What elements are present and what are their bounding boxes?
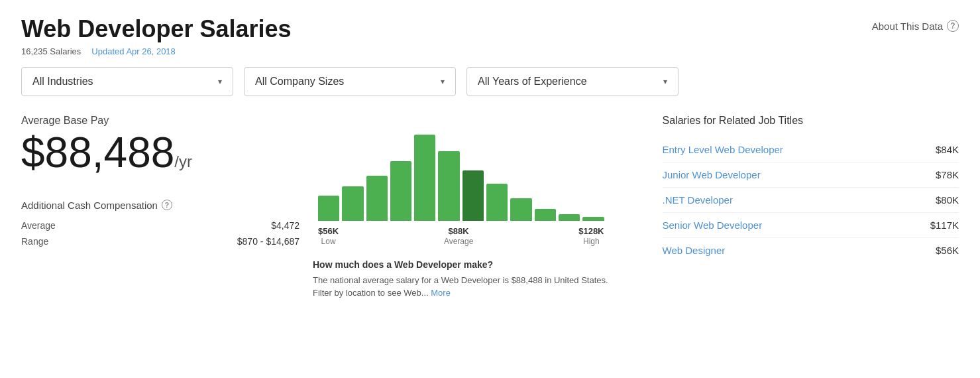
- about-data-label: About This Data: [872, 21, 943, 32]
- avg-salary: $88,488/yr: [21, 129, 299, 176]
- related-jobs-title: Salaries for Related Job Titles: [663, 115, 959, 127]
- cash-comp-section: Additional Cash Compensation ? Average $…: [21, 200, 299, 249]
- histogram-bar: [559, 214, 580, 221]
- cash-comp-label: Additional Cash Compensation: [21, 200, 158, 211]
- comp-average-label: Average: [21, 220, 56, 231]
- about-data-help-icon: ?: [947, 20, 959, 32]
- job-title-link[interactable]: Web Designer: [663, 245, 726, 256]
- cash-comp-help-icon[interactable]: ?: [162, 200, 172, 210]
- histogram-low: $56K Low: [318, 226, 339, 246]
- comp-range-label: Range: [21, 236, 48, 247]
- about-data-link[interactable]: About This Data ?: [872, 20, 959, 32]
- histogram-bar: [438, 151, 459, 221]
- filters-row: All Industries ▾ All Company Sizes ▾ All…: [21, 67, 959, 96]
- subtitle-row: 16,235 Salaries Updated Apr 26, 2018: [21, 46, 292, 56]
- job-title-link[interactable]: Entry Level Web Developer: [663, 144, 783, 155]
- histogram-avg-label: Average: [444, 237, 473, 246]
- histogram-bar: [486, 184, 508, 221]
- histogram-high: $128K High: [578, 226, 604, 246]
- histogram-high-amount: $128K: [578, 226, 604, 236]
- company-size-filter-label: All Company Sizes: [255, 76, 344, 88]
- cash-comp-header: Additional Cash Compensation ?: [21, 200, 299, 211]
- histogram-bar: [463, 170, 484, 221]
- updated-date: Updated Apr 26, 2018: [91, 46, 176, 56]
- company-size-filter-chevron: ▾: [441, 77, 445, 86]
- histogram-low-amount: $56K: [318, 226, 339, 236]
- list-item: .NET Developer$80K: [663, 188, 959, 213]
- main-content: Average Base Pay $88,488/yr Additional C…: [21, 115, 959, 300]
- job-title-link[interactable]: Senior Web Developer: [663, 220, 763, 231]
- histogram-high-label: High: [583, 237, 600, 246]
- description-more-link[interactable]: More: [431, 288, 451, 298]
- histogram-avg-amount: $88K: [444, 226, 473, 236]
- histogram-labels: $56K Low $88K Average $128K High: [313, 226, 610, 246]
- title-section: Web Developer Salaries 16,235 Salaries U…: [21, 16, 292, 56]
- experience-filter[interactable]: All Years of Experience ▾: [466, 67, 679, 96]
- histogram-bar: [535, 209, 556, 221]
- description-title: How much does a Web Developer make?: [313, 259, 610, 270]
- comp-average-value: $4,472: [271, 220, 299, 231]
- histogram-bar: [510, 198, 531, 221]
- job-salary: $117K: [930, 220, 959, 231]
- histogram: [313, 115, 610, 221]
- chart-section: $56K Low $88K Average $128K High How muc…: [299, 115, 623, 300]
- list-item: Entry Level Web Developer$84K: [663, 137, 959, 162]
- experience-filter-label: All Years of Experience: [478, 76, 587, 88]
- avg-salary-amount: $88,488: [21, 129, 174, 176]
- histogram-bar: [318, 196, 339, 221]
- histogram-bar: [342, 186, 363, 221]
- list-item: Senior Web Developer$117K: [663, 213, 959, 238]
- description-text: The national average salary for a Web De…: [313, 274, 610, 300]
- comp-range-row: Range $870 - $14,687: [21, 233, 299, 249]
- experience-filter-chevron: ▾: [663, 77, 667, 86]
- description-body: The national average salary for a Web De…: [313, 275, 608, 298]
- left-panel: Average Base Pay $88,488/yr Additional C…: [21, 115, 299, 300]
- list-item: Web Designer$56K: [663, 238, 959, 263]
- job-salary: $80K: [936, 194, 959, 206]
- industry-filter-label: All Industries: [32, 76, 93, 88]
- right-panel: Salaries for Related Job Titles Entry Le…: [623, 115, 959, 300]
- histogram-bar: [414, 135, 435, 221]
- industry-filter[interactable]: All Industries ▾: [21, 67, 233, 96]
- histogram-bar: [366, 176, 388, 221]
- industry-filter-chevron: ▾: [218, 77, 222, 86]
- company-size-filter[interactable]: All Company Sizes ▾: [244, 67, 456, 96]
- job-salary: $56K: [936, 245, 959, 256]
- histogram-avg: $88K Average: [444, 226, 473, 246]
- histogram-bar: [582, 217, 604, 221]
- job-title-link[interactable]: .NET Developer: [663, 194, 733, 206]
- comp-average-row: Average $4,472: [21, 218, 299, 233]
- comp-range-value: $870 - $14,687: [237, 236, 299, 247]
- per-yr: /yr: [174, 153, 192, 170]
- related-jobs-list: Entry Level Web Developer$84KJunior Web …: [663, 137, 959, 263]
- job-title-link[interactable]: Junior Web Developer: [663, 169, 761, 180]
- avg-base-pay-label: Average Base Pay: [21, 115, 299, 127]
- job-salary: $84K: [936, 144, 959, 155]
- job-salary: $78K: [936, 169, 959, 180]
- header: Web Developer Salaries 16,235 Salaries U…: [21, 16, 959, 56]
- salary-count: 16,235 Salaries: [21, 46, 81, 56]
- page-title: Web Developer Salaries: [21, 16, 292, 42]
- description-section: How much does a Web Developer make? The …: [313, 259, 610, 300]
- histogram-bar: [390, 161, 411, 221]
- list-item: Junior Web Developer$78K: [663, 162, 959, 188]
- histogram-low-label: Low: [321, 237, 336, 246]
